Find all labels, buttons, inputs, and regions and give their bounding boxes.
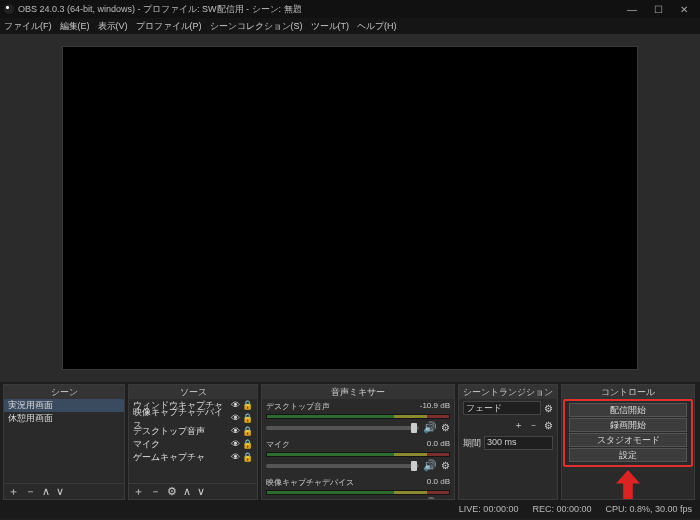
scene-down-button[interactable]: ∨ bbox=[56, 486, 64, 497]
channel-name: 映像キャプチャデバイス bbox=[266, 477, 354, 488]
channel-db: -10.9 dB bbox=[420, 401, 450, 412]
scenes-panel: シーン 実況用画面 休憩用画面 ＋ － ∧ ∨ bbox=[3, 384, 125, 500]
gear-icon[interactable]: ⚙ bbox=[441, 460, 450, 471]
mixer-channel: マイク0.0 dB 🔊⚙ bbox=[262, 437, 454, 475]
mixer-channel: デスクトップ音声-10.9 dB 🔊⚙ bbox=[262, 399, 454, 437]
menu-scene-collection[interactable]: シーンコレクション(S) bbox=[210, 20, 303, 33]
status-live: LIVE: 00:00:00 bbox=[459, 504, 519, 514]
transition-select[interactable]: フェード bbox=[463, 401, 541, 415]
channel-db: 0.0 dB bbox=[427, 439, 450, 450]
sources-list: ウィンドウキャプチャ👁🔒 映像キャプチャデバイス👁🔒 デスクトップ音声👁🔒 マイ… bbox=[129, 399, 257, 483]
controls-title: コントロール bbox=[562, 385, 694, 399]
source-item[interactable]: ゲームキャプチャ👁🔒 bbox=[129, 451, 257, 464]
mixer-list: デスクトップ音声-10.9 dB 🔊⚙ マイク0.0 dB 🔊⚙ 映像キャプチャ… bbox=[262, 399, 454, 499]
visibility-icon[interactable]: 👁 bbox=[231, 412, 240, 425]
visibility-icon[interactable]: 👁 bbox=[231, 438, 240, 451]
lock-icon[interactable]: 🔒 bbox=[242, 425, 253, 438]
scene-up-button[interactable]: ∧ bbox=[42, 486, 50, 497]
mixer-title: 音声ミキサー bbox=[262, 385, 454, 399]
preview-area bbox=[0, 34, 700, 382]
menu-help[interactable]: ヘルプ(H) bbox=[357, 20, 397, 33]
highlighted-controls: 配信開始 録画開始 スタジオモード 設定 bbox=[563, 399, 693, 467]
status-rec: REC: 00:00:00 bbox=[532, 504, 591, 514]
gear-icon[interactable]: ⚙ bbox=[441, 498, 450, 499]
duration-label: 期間 bbox=[463, 437, 481, 450]
source-settings-button[interactable]: ⚙ bbox=[167, 486, 177, 497]
mixer-channel: 映像キャプチャデバイス0.0 dB 🔊⚙ bbox=[262, 475, 454, 499]
gear-icon[interactable]: ⚙ bbox=[544, 403, 553, 414]
scenes-list: 実況用画面 休憩用画面 bbox=[4, 399, 124, 483]
sources-panel: ソース ウィンドウキャプチャ👁🔒 映像キャプチャデバイス👁🔒 デスクトップ音声👁… bbox=[128, 384, 258, 500]
mute-icon[interactable]: 🔊 bbox=[423, 421, 437, 434]
start-recording-button[interactable]: 録画開始 bbox=[569, 418, 687, 432]
controls-panel: コントロール 配信開始 録画開始 スタジオモード 設定 bbox=[561, 384, 695, 500]
scene-remove-button[interactable]: － bbox=[25, 486, 36, 497]
sources-title: ソース bbox=[129, 385, 257, 399]
source-remove-button[interactable]: － bbox=[150, 486, 161, 497]
mute-icon[interactable]: 🔊 bbox=[423, 497, 437, 499]
scenes-toolbar: ＋ － ∧ ∨ bbox=[4, 483, 124, 499]
statusbar: LIVE: 00:00:00 REC: 00:00:00 CPU: 0.8%, … bbox=[0, 500, 700, 518]
obs-icon bbox=[4, 4, 14, 14]
lock-icon[interactable]: 🔒 bbox=[242, 438, 253, 451]
scene-add-button[interactable]: ＋ bbox=[8, 486, 19, 497]
transitions-title: シーントランジション bbox=[459, 385, 557, 399]
source-item[interactable]: マイク👁🔒 bbox=[129, 438, 257, 451]
start-streaming-button[interactable]: 配信開始 bbox=[569, 403, 687, 417]
gear-icon[interactable]: ⚙ bbox=[441, 422, 450, 433]
source-item[interactable]: デスクトップ音声👁🔒 bbox=[129, 425, 257, 438]
maximize-button[interactable]: ☐ bbox=[646, 1, 670, 17]
channel-name: デスクトップ音声 bbox=[266, 401, 330, 412]
menu-edit[interactable]: 編集(E) bbox=[60, 20, 90, 33]
level-meter bbox=[266, 452, 450, 457]
source-add-button[interactable]: ＋ bbox=[133, 486, 144, 497]
volume-slider[interactable] bbox=[266, 426, 419, 430]
source-up-button[interactable]: ∧ bbox=[183, 486, 191, 497]
source-down-button[interactable]: ∨ bbox=[197, 486, 205, 497]
sources-toolbar: ＋ － ⚙ ∧ ∨ bbox=[129, 483, 257, 499]
level-meter bbox=[266, 490, 450, 495]
titlebar: OBS 24.0.3 (64-bit, windows) - プロファイル: S… bbox=[0, 0, 700, 18]
lock-icon[interactable]: 🔒 bbox=[242, 412, 253, 425]
preview-canvas[interactable] bbox=[62, 46, 638, 370]
status-cpu: CPU: 0.8%, 30.00 fps bbox=[605, 504, 692, 514]
mixer-panel: 音声ミキサー デスクトップ音声-10.9 dB 🔊⚙ マイク0.0 dB 🔊⚙ … bbox=[261, 384, 455, 500]
menu-view[interactable]: 表示(V) bbox=[98, 20, 128, 33]
menu-profile[interactable]: プロファイル(P) bbox=[136, 20, 202, 33]
scenes-title: シーン bbox=[4, 385, 124, 399]
duration-input[interactable]: 300 ms bbox=[484, 436, 553, 450]
visibility-icon[interactable]: 👁 bbox=[231, 399, 240, 412]
transition-add-button[interactable]: ＋ bbox=[514, 419, 523, 432]
window-title: OBS 24.0.3 (64-bit, windows) - プロファイル: S… bbox=[18, 3, 620, 16]
minimize-button[interactable]: — bbox=[620, 1, 644, 17]
transitions-panel: シーントランジション フェード ⚙ ＋ － ⚙ 期間 300 ms bbox=[458, 384, 558, 500]
channel-name: マイク bbox=[266, 439, 290, 450]
menu-tools[interactable]: ツール(T) bbox=[311, 20, 350, 33]
studio-mode-button[interactable]: スタジオモード bbox=[569, 433, 687, 447]
annotation-arrow bbox=[616, 470, 640, 499]
scene-item[interactable]: 休憩用画面 bbox=[4, 412, 124, 425]
level-meter bbox=[266, 414, 450, 419]
mute-icon[interactable]: 🔊 bbox=[423, 459, 437, 472]
channel-db: 0.0 dB bbox=[427, 477, 450, 488]
transition-remove-button[interactable]: － bbox=[529, 419, 538, 432]
menubar: ファイル(F) 編集(E) 表示(V) プロファイル(P) シーンコレクション(… bbox=[0, 18, 700, 34]
visibility-icon[interactable]: 👁 bbox=[231, 451, 240, 464]
volume-slider[interactable] bbox=[266, 464, 419, 468]
lock-icon[interactable]: 🔒 bbox=[242, 451, 253, 464]
gear-icon[interactable]: ⚙ bbox=[544, 420, 553, 431]
lock-icon[interactable]: 🔒 bbox=[242, 399, 253, 412]
visibility-icon[interactable]: 👁 bbox=[231, 425, 240, 438]
source-item[interactable]: 映像キャプチャデバイス👁🔒 bbox=[129, 412, 257, 425]
menu-file[interactable]: ファイル(F) bbox=[4, 20, 52, 33]
settings-button[interactable]: 設定 bbox=[569, 448, 687, 462]
close-button[interactable]: ✕ bbox=[672, 1, 696, 17]
scene-item[interactable]: 実況用画面 bbox=[4, 399, 124, 412]
